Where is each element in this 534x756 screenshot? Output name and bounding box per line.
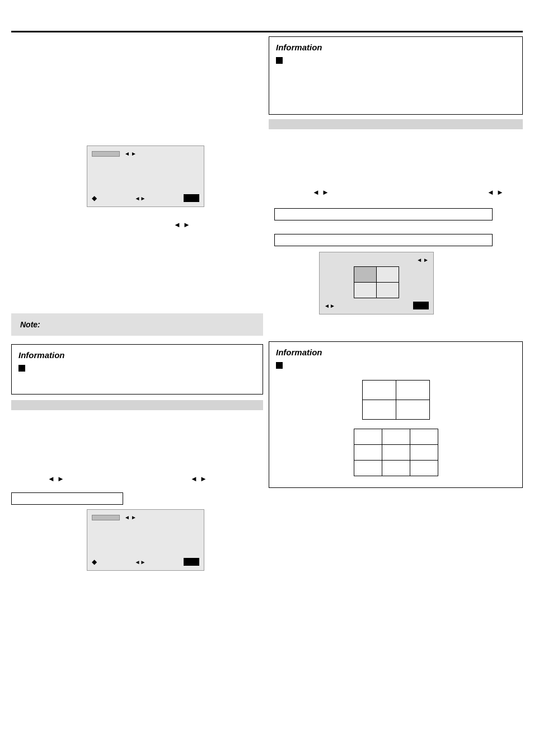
panel-left-1-black-square (184, 194, 199, 202)
info-box-mid-left: Information (11, 344, 263, 395)
right-arrow-icon[interactable]: ► (200, 475, 207, 483)
text-block-left-lower (11, 417, 263, 462)
text-line (11, 441, 13, 449)
text-line (11, 419, 13, 426)
bullet-icon (276, 57, 283, 64)
panel-slider-bottom[interactable] (92, 515, 120, 520)
info-box-top-right: Information (269, 36, 523, 115)
panel-bottom-body (92, 524, 199, 555)
input-box-right-1[interactable] (274, 208, 493, 220)
left-arrow-icon[interactable]: ◄ (124, 514, 130, 520)
grid-cell (354, 267, 377, 283)
left-arrow-icon[interactable]: ◄ (416, 257, 422, 263)
ui-panel-right-mid: ◄ ► ◄► (319, 252, 434, 314)
left-arrow-icon[interactable]: ◄ (174, 220, 181, 229)
text-line (11, 452, 13, 460)
panel-right-footer-arrows[interactable]: ◄► (324, 303, 335, 309)
panel-left-1-arrows[interactable]: ◄ ► (124, 151, 137, 157)
panel-bottom-arrows[interactable]: ◄ ► (124, 514, 137, 520)
grid-cell (354, 445, 382, 461)
grid-cell (354, 283, 377, 298)
footer-arrows-icon[interactable]: ◄► (135, 195, 146, 201)
ui-panel-bottom-left: ◄ ► ◆ ◄► (87, 509, 204, 571)
right-arrow-icon[interactable]: ► (57, 475, 64, 483)
right-arrow-icon[interactable]: ► (423, 257, 429, 263)
info-box-right-lower: Information (269, 341, 523, 488)
grid-cell (410, 445, 438, 461)
grid-3x3 (354, 429, 438, 476)
panel-bottom-footer-arrows[interactable]: ◄► (135, 559, 146, 565)
left-arrow-icon[interactable]: ◄ (190, 475, 198, 483)
grid-cell (382, 461, 410, 476)
left-arrow-icon[interactable]: ◄ (48, 475, 55, 483)
text-line-1 (269, 136, 270, 144)
info-box-mid-left-bullet (18, 363, 256, 372)
info-box-right-lower-title: Information (276, 348, 516, 357)
footer-arrows-icon[interactable]: ◄► (135, 559, 146, 565)
panel-bottom-footer: ◆ ◄► (92, 558, 199, 566)
bullet-icon (276, 362, 283, 369)
grid-cell (396, 400, 429, 420)
left-arrow-icon[interactable]: ◄ (487, 188, 494, 196)
panel-right-top-row: ◄ ► (324, 257, 429, 263)
bullet-icon (18, 365, 25, 372)
text-block-right-upper (269, 134, 523, 168)
grid-2x2 (362, 380, 430, 420)
grid-2x2-container (276, 380, 516, 420)
input-box-right-2[interactable] (274, 234, 493, 246)
grid-cell (362, 381, 396, 400)
text-line-2 (269, 147, 270, 155)
panel-right-arrows-top[interactable]: ◄ ► (416, 257, 429, 263)
panel-right-black-square (413, 302, 429, 309)
panel-bottom-black-square (184, 558, 199, 566)
page: Information ◄ ► ◄ ► ◄ ► (0, 0, 534, 756)
info-box-top-right-title: Information (276, 43, 516, 52)
note-box: Note: (11, 313, 263, 336)
info-box-right-lower-bullet (276, 360, 516, 369)
grid-cell (410, 461, 438, 476)
panel-left-1-footer-arrows[interactable]: ◄► (135, 195, 146, 201)
text-line (11, 237, 13, 245)
panel-slider-1[interactable] (92, 151, 120, 157)
right-arrow-icon[interactable]: ► (131, 151, 137, 157)
grid-cell (382, 429, 410, 445)
note-title: Note: (20, 320, 254, 329)
arrows-left-lower-1[interactable]: ◄ ► (48, 475, 64, 483)
right-arrow-icon[interactable]: ► (322, 188, 329, 196)
arrows-left-standalone-1[interactable]: ◄ ► (174, 220, 190, 229)
grid-cell (354, 429, 382, 445)
gray-bar-2 (11, 400, 263, 410)
panel-right-footer: ◄► (324, 302, 429, 309)
panel-left-1-footer: ◆ ◄► (92, 194, 199, 202)
diamond-icon: ◆ (92, 558, 97, 566)
right-arrow-icon[interactable]: ► (496, 188, 504, 196)
grid-cell (396, 381, 429, 400)
arrows-right-upper-1[interactable]: ◄ ► (312, 188, 329, 196)
info-box-mid-left-title: Information (18, 350, 256, 360)
diamond-icon: ◆ (92, 194, 97, 202)
panel-left-1-body (92, 160, 199, 191)
info-box-top-right-bullet (276, 55, 516, 64)
arrows-right-upper-2[interactable]: ◄ ► (487, 188, 504, 196)
left-arrow-icon[interactable]: ◄► (324, 303, 335, 309)
ui-panel-left-1: ◄ ► ◆ ◄► (87, 145, 204, 207)
gray-bar-1 (269, 119, 523, 129)
right-arrow-icon[interactable]: ► (131, 514, 137, 520)
grid-3x3-container (276, 429, 516, 476)
panel-grid-table (354, 266, 399, 298)
grid-cell (377, 283, 399, 298)
arrows-left-lower-2[interactable]: ◄ ► (190, 475, 207, 483)
left-arrow-icon[interactable]: ◄ (312, 188, 320, 196)
grid-cell (410, 429, 438, 445)
input-box-bottom-left[interactable] (11, 492, 123, 505)
text-line (11, 430, 13, 438)
top-rule (11, 31, 523, 32)
grid-cell (362, 400, 396, 420)
text-block-left-middle (11, 235, 263, 269)
panel-bottom-top-row: ◄ ► (92, 514, 199, 520)
panel-left-1-top-row: ◄ ► (92, 151, 199, 157)
text-line-3 (269, 158, 270, 166)
right-arrow-icon[interactable]: ► (183, 220, 190, 229)
grid-cell (377, 267, 399, 283)
left-arrow-icon[interactable]: ◄ (124, 151, 130, 157)
